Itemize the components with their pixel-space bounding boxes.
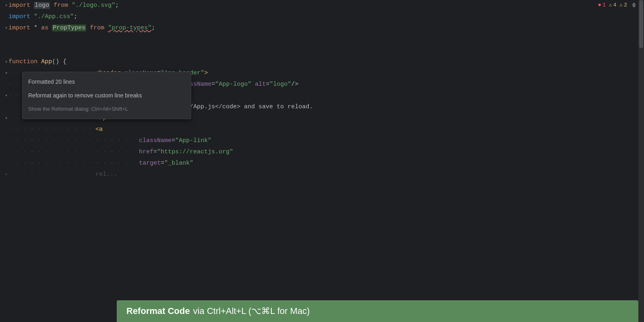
code-text-a-open: · · · · · · · · · · · · <a: [8, 124, 103, 135]
code-text-last: · · · · · · · · · · · · rel...: [8, 169, 117, 180]
banner-normal-text: via Ctrl+Alt+L (⌥⌘L for Mac): [193, 306, 310, 316]
reformat-banner: Reformat Code via Ctrl+Alt+L (⌥⌘L for Ma…: [117, 300, 638, 322]
code-editor: ▾ import logo from "./logo.svg"; ▾ impor…: [0, 0, 644, 180]
code-text-href: · · · · · · · · · · · · · · · · · · href…: [8, 147, 233, 158]
code-text-6: function App() {: [8, 56, 66, 68]
code-text-3: import * as PropTypes from "prop-types";: [8, 23, 155, 34]
chevron-up-icon[interactable]: [632, 2, 636, 5]
tooltip-line2[interactable]: Reformat again to remove custom line bre…: [28, 90, 185, 101]
fold-icon-3[interactable]: ▾: [5, 23, 8, 34]
scrollbar-thumb[interactable]: [639, 0, 643, 48]
code-line-a-open: ▾ · · · · · · · · · · · · <a: [0, 124, 644, 135]
navigation-arrows[interactable]: [632, 2, 636, 8]
code-line-5: [0, 45, 644, 56]
code-text-target: · · · · · · · · · · · · · · · · · · targ…: [8, 158, 193, 169]
warning-count-1[interactable]: ⚠ 4: [609, 2, 617, 8]
warning-number-1: 4: [613, 2, 617, 8]
code-text-1: import logo from "./logo.svg";: [8, 0, 119, 11]
warning-icon-2: ⚠: [619, 2, 623, 8]
code-line-6: ▾ function App() {: [0, 56, 644, 68]
fold-icon-1[interactable]: ▾: [5, 0, 8, 11]
editor-area: ● 1 ⚠ 4 ⚠ 2 ▾ import logo from "./logo.s…: [0, 0, 644, 322]
code-line-href: ▾ · · · · · · · · · · · · · · · · · · hr…: [0, 147, 644, 158]
tooltip-line3: Show the Reformat dialog: Ctrl+Alt+Shift…: [28, 103, 185, 115]
tooltip-line1: Formatted 20 lines: [28, 76, 185, 87]
reformat-tooltip: Formatted 20 lines Reformat again to rem…: [22, 72, 191, 119]
fold-icon-last[interactable]: ▾: [5, 169, 8, 180]
code-text-classname: · · · · · · · · · · · · · · · · · · clas…: [8, 135, 211, 147]
warning-icon-1: ⚠: [609, 2, 612, 8]
code-line-target: ▾ · · · · · · · · · · · · · · · · · · ta…: [0, 158, 644, 169]
chevron-down-icon[interactable]: [632, 5, 636, 8]
fold-icon-header[interactable]: ▾: [5, 68, 8, 79]
warning-count-2[interactable]: ⚠ 2: [619, 2, 627, 8]
code-line-4: [0, 34, 644, 45]
warning-number-2: 2: [624, 2, 627, 8]
code-line-3: ▾ import * as PropTypes from "prop-types…: [0, 23, 644, 34]
code-text-2: import "./App.css";: [8, 11, 77, 23]
error-count[interactable]: ● 1: [598, 2, 606, 8]
fold-icon-p-close[interactable]: ▾: [5, 113, 8, 124]
fold-icon-6[interactable]: ▾: [5, 56, 8, 68]
error-icon: ●: [598, 2, 601, 8]
code-line-last: ▾ · · · · · · · · · · · · rel...: [0, 169, 644, 180]
code-line-classname: ▾ · · · · · · · · · · · · · · · · · · cl…: [0, 135, 644, 147]
status-bar: ● 1 ⚠ 4 ⚠ 2: [598, 2, 636, 8]
banner-bold-text: Reformat Code: [126, 306, 190, 316]
fold-icon-p[interactable]: ▾: [5, 90, 8, 101]
scrollbar[interactable]: [638, 0, 644, 322]
code-line-1: ▾ import logo from "./logo.svg";: [0, 0, 644, 11]
code-line-2: ▾ import "./App.css";: [0, 11, 644, 23]
error-number: 1: [603, 2, 606, 8]
